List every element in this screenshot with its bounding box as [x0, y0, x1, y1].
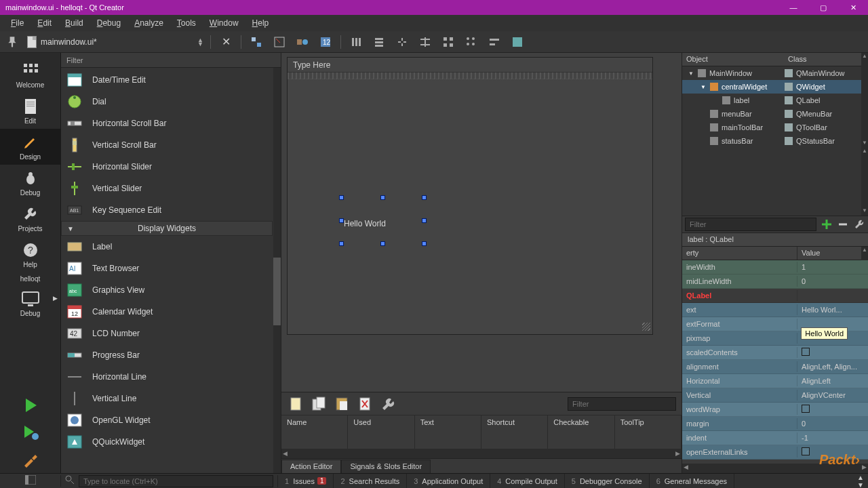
selection-handle[interactable]	[339, 218, 344, 223]
prop-ext[interactable]: extHello Worl...	[682, 303, 868, 317]
prop-scrollbar[interactable]: ▲	[861, 247, 868, 260]
debug-run-button[interactable]	[0, 419, 60, 446]
minimize-button[interactable]: —	[778, 0, 808, 15]
add-property-button[interactable]	[821, 218, 833, 230]
object-MainWindow[interactable]: ▼MainWindowQMainWindow	[682, 66, 861, 80]
run-button[interactable]	[0, 392, 60, 419]
status-tab-application-output[interactable]: 3Application Output	[407, 474, 490, 488]
file-dropdown-icon[interactable]: ▲▼	[197, 38, 203, 46]
close-file-button[interactable]: ✕	[218, 34, 234, 50]
object-centralWidget[interactable]: ▼centralWidgetQWidget	[682, 80, 861, 94]
configure-button[interactable]	[379, 395, 397, 413]
sidebar-item-help[interactable]: ? Help	[0, 237, 60, 272]
menu-analyze[interactable]: Analyze	[127, 16, 170, 30]
action-col-text[interactable]: Text	[415, 415, 481, 449]
output-toggle-icon[interactable]: ▲▼	[853, 474, 868, 489]
prop-alignment[interactable]: alignmentAlignLeft, Align...	[682, 360, 868, 374]
sidebar-item-welcome[interactable]: Welcome	[0, 57, 60, 93]
object-header[interactable]: Object	[682, 53, 784, 66]
resize-grip-icon[interactable]	[642, 323, 650, 331]
prop-horizontal[interactable]: HorizontalAlignLeft	[682, 374, 868, 388]
sidebar-item-projects[interactable]: Projects	[0, 201, 60, 237]
prop-midlinewidth[interactable]: midLineWidth0	[682, 274, 868, 289]
prop-scaledcontents[interactable]: scaledContents	[682, 346, 868, 360]
object-scrollbar[interactable]: ▲▼	[861, 53, 868, 148]
configure-properties-button[interactable]	[853, 218, 865, 230]
prop-wordwrap[interactable]: wordWrap	[682, 403, 868, 417]
layout-form-button[interactable]	[463, 34, 479, 50]
sidebar-item-debug[interactable]: Debug	[0, 165, 60, 201]
property-header[interactable]: erty	[682, 247, 797, 260]
new-action-button[interactable]	[287, 395, 304, 413]
pin-icon[interactable]	[4, 34, 20, 50]
widget-label[interactable]: Label	[61, 236, 273, 258]
paste-action-button[interactable]	[333, 395, 351, 413]
edit-taborder-button[interactable]: 12	[317, 34, 334, 50]
tab-signals-slots-editor[interactable]: Signals & Slots Editor	[341, 460, 431, 473]
prop-indent[interactable]: indent-1	[682, 431, 868, 445]
widget-vertical-scroll-bar[interactable]: Vertical Scroll Bar	[61, 134, 273, 156]
maximize-button[interactable]: ▢	[808, 0, 838, 15]
widget-vertical-line[interactable]: Vertical Line	[61, 388, 273, 409]
toolbar-placeholder[interactable]	[288, 73, 652, 79]
prop-openexternallinks[interactable]: openExternalLinks	[682, 445, 868, 460]
object-menuBar[interactable]: menuBarQMenuBar	[682, 107, 861, 121]
widget-horizontal-line[interactable]: Horizontal Line	[61, 366, 273, 388]
layout-grid-button[interactable]	[440, 34, 456, 50]
kit-selector[interactable]: ▶ Debug	[0, 285, 60, 321]
edit-widgets-button[interactable]	[248, 34, 264, 50]
status-tab-compile-output[interactable]: 4Compile Output	[490, 474, 565, 488]
value-header[interactable]: Value	[797, 247, 861, 260]
menu-file[interactable]: File	[4, 16, 31, 30]
action-hscrollbar[interactable]: ◀▶	[281, 449, 682, 458]
selection-handle[interactable]	[422, 218, 427, 223]
status-tab-issues[interactable]: 1Issues1	[278, 474, 334, 488]
property-filter-input[interactable]	[685, 218, 816, 231]
object-label[interactable]: labelQLabel	[682, 94, 861, 107]
status-tab-debugger-console[interactable]: 5Debugger Console	[565, 474, 650, 488]
layout-vertical-button[interactable]	[371, 34, 387, 50]
build-button[interactable]	[0, 446, 60, 473]
file-selector[interactable]: mainwindow.ui* ▲▼	[27, 36, 203, 48]
widget-category[interactable]: ▼Display Widgets	[61, 221, 273, 236]
form-canvas[interactable]: Type Here Hello World	[281, 53, 682, 392]
prop-hscrollbar[interactable]: ◀▶	[682, 464, 868, 473]
class-header[interactable]: Class	[784, 53, 861, 66]
remove-property-button[interactable]	[837, 218, 849, 230]
action-col-used[interactable]: Used	[348, 415, 414, 449]
menu-edit[interactable]: Edit	[31, 16, 58, 30]
prop-qlabel[interactable]: QLabel	[682, 289, 868, 303]
action-col-tooltip[interactable]: ToolTip	[615, 415, 682, 449]
prop-vertical[interactable]: VerticalAlignVCenter	[682, 388, 868, 403]
layout-horizontal-button[interactable]	[348, 34, 364, 50]
widget-filter-label[interactable]: Filter	[61, 53, 281, 68]
layout-hsplitter-button[interactable]	[394, 34, 410, 50]
edit-signals-button[interactable]	[271, 34, 288, 50]
toggle-sidebar-button[interactable]	[25, 475, 36, 487]
checkbox-icon[interactable]	[802, 348, 810, 356]
main-window-preview[interactable]: Type Here Hello World	[287, 57, 653, 335]
break-layout-button[interactable]	[486, 34, 502, 50]
status-tab-general-messages[interactable]: 6General Messages	[650, 474, 734, 488]
widget-date-time-edit[interactable]: Date/Time Edit	[61, 69, 273, 91]
widget-text-browser[interactable]: AIText Browser	[61, 258, 273, 279]
adjust-size-button[interactable]	[509, 34, 526, 50]
object-mainToolBar[interactable]: mainToolBarQToolBar	[682, 121, 861, 134]
selection-handle[interactable]	[422, 195, 427, 200]
locator-input[interactable]	[79, 475, 273, 487]
widget-lcd-number[interactable]: 42LCD Number	[61, 323, 273, 344]
copy-action-button[interactable]	[310, 395, 328, 413]
widget-dial[interactable]: Dial	[61, 91, 273, 113]
selection-handle[interactable]	[339, 195, 344, 200]
object-scrollbar-2[interactable]: ▲▼	[861, 148, 868, 216]
widget-progress-bar[interactable]: Progress Bar	[61, 344, 273, 366]
menu-window[interactable]: Window	[203, 16, 245, 30]
close-button[interactable]: ✕	[838, 0, 868, 15]
checkbox-icon[interactable]	[802, 405, 810, 413]
action-col-name[interactable]: Name	[281, 415, 348, 449]
menu-tools[interactable]: Tools	[170, 16, 203, 30]
sidebar-item-edit[interactable]: Edit	[0, 93, 60, 129]
object-statusBar[interactable]: statusBarQStatusBar	[682, 134, 861, 148]
checkbox-icon[interactable]	[802, 447, 810, 455]
menu-debug[interactable]: Debug	[90, 16, 127, 30]
